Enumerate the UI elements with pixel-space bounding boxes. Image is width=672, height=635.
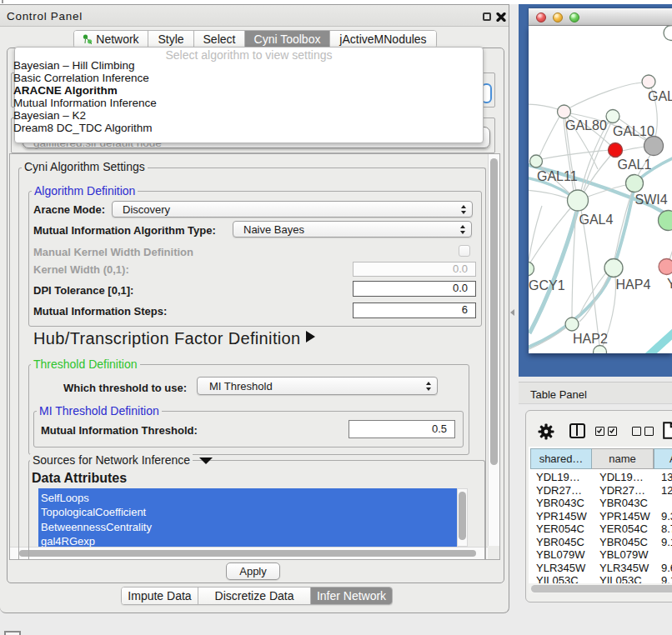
svg-text:SWI4: SWI4 xyxy=(635,192,668,207)
svg-text:GAL2: GAL2 xyxy=(648,89,672,103)
svg-text:GAL10: GAL10 xyxy=(613,124,654,138)
svg-text:HAP2: HAP2 xyxy=(573,332,608,346)
svg-text:GCY1: GCY1 xyxy=(529,278,565,292)
svg-text:YJ: YJ xyxy=(667,277,672,291)
svg-text:HAP4: HAP4 xyxy=(616,278,651,292)
svg-text:GAL11: GAL11 xyxy=(537,169,578,183)
svg-text:GAL80: GAL80 xyxy=(565,118,607,132)
svg-text:GAL4: GAL4 xyxy=(579,212,614,227)
svg-text:GAL1: GAL1 xyxy=(618,158,652,172)
